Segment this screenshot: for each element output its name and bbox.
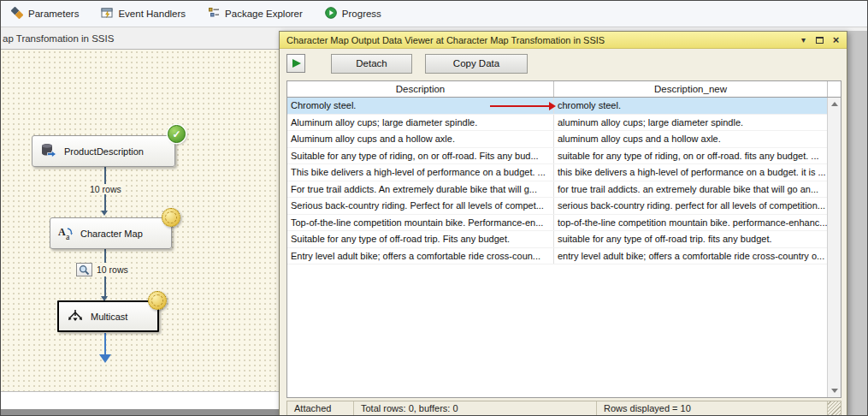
cell-description: Aluminum alloy cups and a hollow axle. bbox=[287, 131, 554, 147]
scroll-down-button[interactable] bbox=[829, 384, 841, 397]
cell-description-new: aluminum alloy cups; large diameter spin… bbox=[554, 115, 828, 131]
data-viewer-dialog: Character Map Output Data Viewer at Char… bbox=[279, 31, 847, 416]
grid-header: Description Description_new bbox=[287, 81, 841, 98]
package-explorer-icon bbox=[208, 7, 220, 21]
dialog-title: Character Map Output Data Viewer at Char… bbox=[286, 35, 794, 45]
table-row[interactable]: For true trail addicts. An extremely dur… bbox=[287, 181, 828, 199]
toolbar-item-event-handlers[interactable]: Event Handlers bbox=[101, 7, 186, 21]
parameters-icon bbox=[11, 7, 23, 21]
table-row[interactable]: Top-of-the-line competition mountain bik… bbox=[287, 215, 828, 232]
resume-button[interactable] bbox=[286, 54, 305, 73]
arrow-down-icon bbox=[101, 211, 108, 216]
multicast-output-path[interactable] bbox=[104, 333, 106, 354]
table-row[interactable]: Suitable for any type of riding, on or o… bbox=[287, 148, 828, 165]
node-label: Character Map bbox=[80, 229, 143, 239]
triangle-up-icon bbox=[831, 102, 838, 106]
node-product-description[interactable]: ProductDescription bbox=[32, 135, 175, 167]
table-row[interactable]: Aluminum alloy cups and a hollow axle. a… bbox=[287, 131, 828, 148]
vertical-scrollbar[interactable] bbox=[827, 98, 841, 397]
dialog-titlebar[interactable]: Character Map Output Data Viewer at Char… bbox=[280, 32, 847, 49]
node-label: ProductDescription bbox=[64, 146, 144, 157]
copy-data-button[interactable]: Copy Data bbox=[425, 54, 528, 74]
detach-button[interactable]: Detach bbox=[331, 54, 412, 74]
grid-header-filler bbox=[828, 81, 841, 97]
event-handlers-icon bbox=[101, 7, 113, 21]
toolbar-item-parameters[interactable]: Parameters bbox=[11, 7, 79, 21]
cell-description-new: chromoly steel. bbox=[554, 98, 828, 114]
cell-description-new: suitable for any type of off-road trip. … bbox=[554, 231, 828, 247]
maximize-button[interactable] bbox=[812, 33, 827, 46]
ole-db-source-icon bbox=[39, 142, 58, 161]
cell-description-new: top-of-the-line competition mountain bik… bbox=[554, 215, 828, 231]
resize-grip[interactable] bbox=[827, 401, 841, 415]
column-header-description-new[interactable]: Description_new bbox=[554, 81, 828, 97]
status-rows-displayed: Rows displayed = 10 bbox=[597, 401, 827, 415]
cell-description: For true trail addicts. An extremely dur… bbox=[287, 181, 554, 198]
table-row[interactable]: Suitable for any type of off-road trip. … bbox=[287, 231, 828, 248]
cell-description-new: serious back-country riding. perfect for… bbox=[554, 198, 828, 214]
toolbar-item-label: Parameters bbox=[28, 9, 79, 19]
triangle-down-icon bbox=[831, 389, 838, 393]
close-icon: × bbox=[833, 33, 840, 46]
toolbar-item-package-explorer[interactable]: Package Explorer bbox=[208, 7, 303, 21]
toolbar-item-label: Package Explorer bbox=[225, 9, 303, 19]
ssis-designer-window: Parameters Event Handlers Package Explor… bbox=[0, 0, 868, 416]
warning-medal-badge bbox=[162, 208, 180, 227]
annotation-red-arrow bbox=[490, 105, 550, 107]
status-totals: Total rows: 0, buffers: 0 bbox=[354, 401, 597, 415]
cell-description-new: entry level adult bike; offers a comfort… bbox=[554, 248, 828, 264]
cell-description: Serious back-country riding. Perfect for… bbox=[287, 198, 554, 214]
multicast-icon bbox=[66, 308, 85, 325]
right-panel-edge bbox=[847, 31, 868, 416]
node-multicast[interactable]: Multicast bbox=[57, 300, 159, 332]
grid-body: Chromoly steel. chromoly steel. Aluminum… bbox=[287, 98, 828, 264]
dialog-statusbar: Attached Total rows: 0, buffers: 0 Rows … bbox=[286, 401, 841, 416]
node-label: Multicast bbox=[91, 312, 127, 322]
toolbar-item-progress[interactable]: Progress bbox=[325, 7, 381, 21]
svg-text:A: A bbox=[58, 226, 66, 238]
document-tab-label[interactable]: ap Transfomation in SSIS bbox=[3, 33, 114, 44]
cell-description-new: suitable for any type of riding, on or o… bbox=[554, 148, 828, 164]
cell-description-new: aluminum alloy cups and a hollow axle. bbox=[554, 131, 828, 147]
table-row[interactable]: Entry level adult bike; offers a comfort… bbox=[287, 248, 828, 265]
cell-description-new: this bike delivers a high-level of perfo… bbox=[554, 164, 828, 181]
maximize-icon bbox=[816, 37, 824, 44]
check-icon: ✓ bbox=[172, 128, 180, 140]
close-button[interactable]: × bbox=[829, 33, 843, 46]
cell-description: Suitable for any type of off-road trip. … bbox=[287, 231, 554, 247]
svg-text:a: a bbox=[66, 232, 70, 241]
cell-description: This bike delivers a high-level of perfo… bbox=[287, 164, 554, 181]
toolbar-item-label: Event Handlers bbox=[118, 9, 186, 19]
cell-description: Entry level adult bike; offers a comfort… bbox=[287, 248, 554, 264]
cell-description: Suitable for any type of riding, on or o… bbox=[287, 148, 554, 164]
status-attached: Attached bbox=[287, 401, 354, 415]
cell-description: Aluminum alloy cups; large diameter spin… bbox=[287, 115, 554, 131]
row-count-label: 10 rows bbox=[87, 184, 124, 194]
node-character-map[interactable]: Aa Character Map bbox=[50, 217, 172, 249]
row-count-label: 10 rows bbox=[97, 264, 128, 275]
character-map-icon: Aa bbox=[57, 225, 74, 242]
window-menu-button[interactable]: ▾ bbox=[796, 33, 811, 46]
play-icon bbox=[292, 59, 301, 68]
caret-down-icon: ▾ bbox=[801, 35, 806, 45]
column-header-description[interactable]: Description bbox=[287, 81, 554, 97]
scroll-up-button[interactable] bbox=[829, 98, 841, 110]
warning-medal-badge bbox=[148, 291, 167, 310]
success-check-badge: ✓ bbox=[168, 125, 186, 143]
toolbar-item-label: Progress bbox=[342, 9, 381, 19]
dialog-toolbar: Detach Copy Data bbox=[280, 49, 847, 78]
table-row[interactable]: Serious back-country riding. Perfect for… bbox=[287, 198, 828, 215]
progress-icon bbox=[325, 7, 337, 21]
table-row[interactable]: Chromoly steel. chromoly steel. bbox=[287, 98, 828, 115]
cell-description: Top-of-the-line competition mountain bik… bbox=[287, 215, 554, 231]
designer-toolbar: Parameters Event Handlers Package Explor… bbox=[1, 1, 867, 27]
cell-description-new: for true trail addicts. an extremely dur… bbox=[554, 181, 828, 198]
table-row[interactable]: Aluminum alloy cups; large diameter spin… bbox=[287, 115, 828, 132]
table-row[interactable]: This bike delivers a high-level of perfo… bbox=[287, 164, 828, 181]
magnifier-icon[interactable] bbox=[76, 263, 92, 276]
data-viewer-attach-point[interactable]: 10 rows bbox=[74, 263, 130, 276]
data-grid: Description Description_new Chromoly ste… bbox=[286, 80, 841, 398]
arrow-down-icon bbox=[99, 354, 111, 363]
